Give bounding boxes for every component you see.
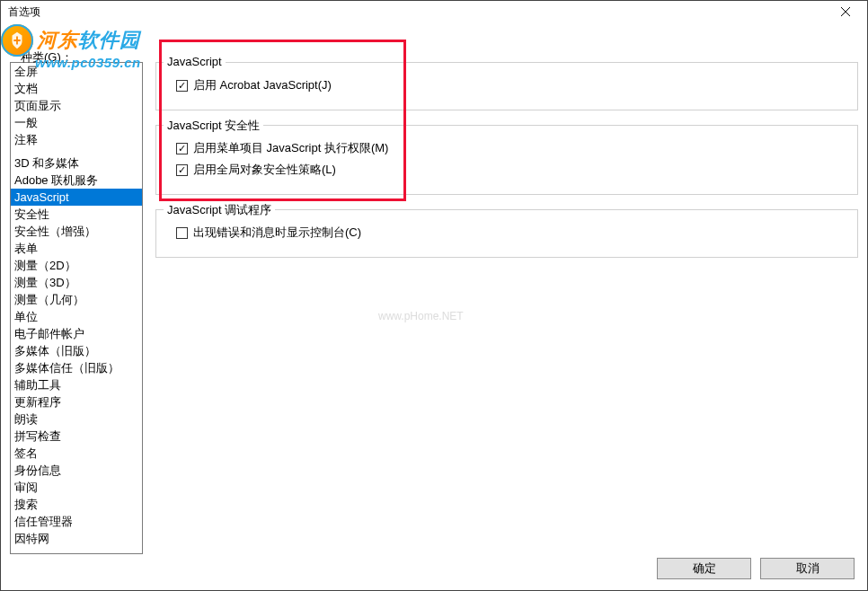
section-javascript-debugger: JavaScript 调试程序 出现错误和消息时显示控制台(C) (155, 209, 858, 258)
category-item[interactable]: 电子邮件帐户 (11, 325, 142, 342)
category-item[interactable]: 安全性（增强） (11, 223, 142, 240)
category-item[interactable]: 文档 (11, 80, 142, 97)
category-item[interactable]: 辅助工具 (11, 376, 142, 393)
option-label: 启用 Acrobat JavaScript(J) (193, 77, 332, 93)
category-item[interactable]: 身份信息 (11, 462, 142, 479)
cancel-button[interactable]: 取消 (760, 558, 855, 579)
category-item[interactable]: 3D 和多媒体 (11, 154, 142, 172)
category-item[interactable]: JavaScript (11, 189, 142, 206)
category-item[interactable]: 多媒体信任（旧版） (11, 359, 142, 376)
option-label: 启用全局对象安全性策略(L) (193, 162, 336, 178)
category-item[interactable]: 搜索 (11, 496, 142, 513)
section-javascript-security: JavaScript 安全性 启用菜单项目 JavaScript 执行权限(M)… (155, 125, 858, 195)
preferences-dialog: 首选项 河东软件园 www.pc0359.cn 种类(G)： 全屏文档页面显示一… (0, 0, 868, 591)
category-item[interactable]: 测量（几何） (11, 291, 142, 308)
dialog-content: 河东软件园 www.pc0359.cn 种类(G)： 全屏文档页面显示一般注释3… (1, 22, 867, 590)
titlebar: 首选项 (1, 1, 867, 22)
section-title: JavaScript 安全性 (164, 118, 263, 134)
category-item[interactable]: 因特网 (11, 530, 142, 547)
window-title: 首选项 (8, 4, 40, 20)
category-item[interactable]: 一般 (11, 114, 142, 131)
option-enable-global-security[interactable]: 启用全局对象安全性策略(L) (176, 162, 845, 178)
section-javascript: JavaScript 启用 Acrobat JavaScript(J) (155, 62, 858, 110)
category-item[interactable]: 注释 (11, 131, 142, 148)
category-item[interactable]: 安全性 (11, 206, 142, 223)
category-item[interactable]: 测量（2D） (11, 257, 142, 274)
category-item[interactable]: 测量（3D） (11, 274, 142, 291)
category-item[interactable]: 信任管理器 (11, 513, 142, 530)
close-button[interactable] (828, 1, 864, 22)
category-item[interactable]: 更新程序 (11, 393, 142, 410)
ok-button[interactable]: 确定 (657, 558, 751, 579)
option-enable-menu-js[interactable]: 启用菜单项目 JavaScript 执行权限(M) (176, 140, 845, 156)
section-title: JavaScript 调试程序 (164, 202, 275, 218)
category-item[interactable]: 朗读 (11, 410, 142, 428)
checkbox-icon[interactable] (176, 164, 188, 176)
category-item[interactable]: 单位 (11, 308, 142, 325)
option-label: 出现错误和消息时显示控制台(C) (193, 225, 361, 241)
checkbox-icon[interactable] (176, 143, 188, 154)
category-listbox[interactable]: 全屏文档页面显示一般注释3D 和多媒体Adobe 联机服务JavaScript安… (10, 62, 143, 554)
category-label: 种类(G)： (21, 49, 73, 66)
dialog-footer: 确定 取消 (657, 558, 855, 579)
checkbox-icon[interactable] (176, 80, 188, 92)
category-item[interactable]: 拼写检查 (11, 428, 142, 445)
section-title: JavaScript (164, 55, 226, 68)
category-item[interactable]: 多媒体（旧版） (11, 342, 142, 359)
category-item[interactable]: 签名 (11, 445, 142, 462)
category-item[interactable]: 审阅 (11, 479, 142, 496)
category-item[interactable]: 页面显示 (11, 97, 142, 114)
checkbox-icon[interactable] (176, 227, 188, 239)
option-label: 启用菜单项目 JavaScript 执行权限(M) (193, 140, 388, 156)
category-item[interactable]: 表单 (11, 240, 142, 257)
option-show-console[interactable]: 出现错误和消息时显示控制台(C) (176, 225, 845, 241)
category-item[interactable]: Adobe 联机服务 (11, 172, 142, 189)
settings-panel: JavaScript 启用 Acrobat JavaScript(J) Java… (155, 62, 858, 554)
close-icon (841, 7, 850, 16)
option-enable-acrobat-js[interactable]: 启用 Acrobat JavaScript(J) (176, 77, 845, 93)
